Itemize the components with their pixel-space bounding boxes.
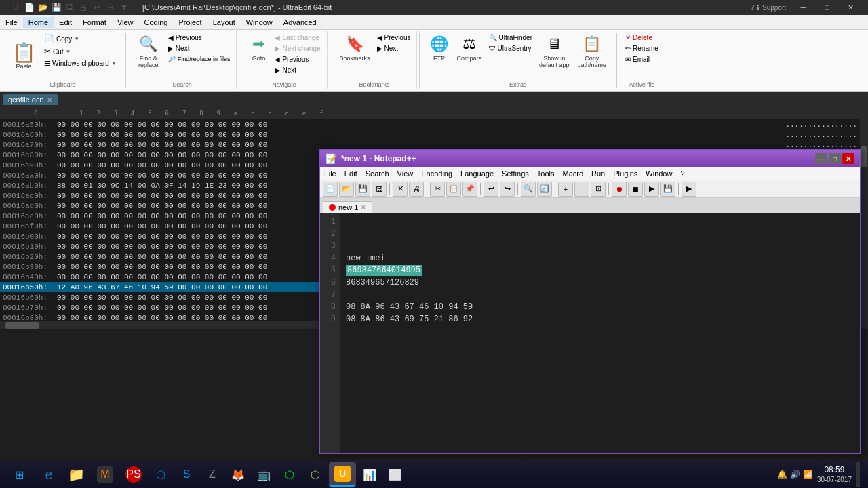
npp-macro-rec-btn[interactable]: ⏺ — [612, 182, 627, 197]
taskbar-ultraedit[interactable]: U — [329, 462, 356, 487]
npp-menu-settings[interactable]: Settings — [498, 168, 533, 179]
npp-print-btn[interactable]: 🖨 — [409, 182, 424, 197]
maximize-btn[interactable]: □ — [815, 0, 839, 15]
taskbar-app14[interactable]: ⬜ — [383, 462, 408, 487]
npp-maximize-btn[interactable]: □ — [829, 153, 841, 164]
show-desktop-btn[interactable] — [856, 462, 860, 487]
npp-menu-tools[interactable]: Tools — [533, 168, 559, 179]
open-btn[interactable]: 📂 — [37, 1, 49, 14]
prev-bookmark-button[interactable]: ◀ Previous — [375, 33, 413, 43]
next-change-button[interactable]: ▶ Next change — [273, 43, 322, 54]
copy-path-button[interactable]: 📋 Copypath/name — [574, 33, 610, 70]
npp-save-btn[interactable]: 💾 — [355, 182, 370, 197]
npp-menu-window[interactable]: Window — [642, 168, 676, 179]
minimize-btn[interactable]: ─ — [791, 0, 815, 15]
npp-cut-btn[interactable]: ✂ — [430, 182, 445, 197]
more-btn[interactable]: ▼ — [118, 1, 130, 14]
npp-save-macro-btn[interactable]: 💾 — [660, 182, 675, 197]
ue-tab-close[interactable]: ✕ — [47, 96, 52, 104]
info-icon[interactable]: ℹ — [757, 4, 760, 12]
taskbar-app6[interactable]: S — [174, 462, 199, 487]
taskbar-app4[interactable]: PS — [120, 462, 147, 487]
npp-zoom-out-btn[interactable]: - — [574, 182, 589, 197]
scrollbar-thumb[interactable] — [861, 146, 867, 167]
npp-redo-btn[interactable]: ↪ — [500, 182, 515, 197]
npp-save-all-btn[interactable]: 🖫 — [372, 182, 387, 197]
prev-nav-button[interactable]: ◀ Previous — [273, 54, 322, 64]
close-btn[interactable]: ✕ — [839, 0, 863, 15]
npp-menu-language[interactable]: Language — [456, 168, 498, 179]
menu-file[interactable]: File — [0, 17, 23, 28]
npp-undo-btn[interactable]: ↩ — [484, 182, 498, 197]
next-search-button[interactable]: ▶ Next — [166, 43, 233, 54]
npp-copy-btn[interactable]: 📋 — [446, 182, 461, 197]
npp-paste-btn[interactable]: 📌 — [462, 182, 477, 197]
taskbar-app3[interactable]: M — [92, 462, 119, 487]
menu-view[interactable]: View — [112, 17, 139, 28]
taskbar-ie[interactable]: e — [37, 462, 61, 487]
redo-btn[interactable]: ↪ — [104, 1, 117, 14]
taskbar-firefox[interactable]: 🦊 — [226, 462, 250, 487]
ftp-button[interactable]: 🌐 FTP — [426, 33, 452, 64]
ue-file-tab[interactable]: qcnfile.qcn ✕ — [3, 94, 58, 105]
npp-menu-search[interactable]: Search — [361, 168, 393, 179]
compare-button[interactable]: ⚖ Compare — [453, 33, 485, 64]
menu-project[interactable]: Project — [173, 17, 207, 28]
npp-menu-file[interactable]: File — [320, 168, 340, 179]
npp-text-area[interactable]: new imei86934766401499586834965712682908… — [340, 213, 860, 453]
last-change-button[interactable]: ◀ Last change — [273, 33, 322, 43]
help-icon[interactable]: ? — [750, 4, 754, 12]
taskbar-clock[interactable]: 08:59 30-07-2017 — [817, 464, 852, 485]
next-bookmark-button[interactable]: ▶ Next — [375, 43, 413, 54]
menu-window[interactable]: Window — [241, 17, 278, 28]
npp-close-btn[interactable]: ✕ — [842, 153, 854, 164]
taskbar-app13[interactable]: 📊 — [357, 462, 382, 487]
ultra-sentry-button[interactable]: 🛡 UltraSentry — [487, 43, 534, 54]
npp-zoom-in-btn[interactable]: + — [558, 182, 573, 197]
npp-tab-new1[interactable]: new 1 ✕ — [323, 201, 372, 213]
npp-restore-zoom-btn[interactable]: ⊡ — [591, 182, 606, 197]
bookmarks-button[interactable]: 🔖 Bookmarks — [336, 33, 374, 64]
taskbar-filezilla[interactable]: Z — [200, 462, 224, 487]
show-default-button[interactable]: 🖥 Show indefault app — [536, 33, 573, 70]
taskbar-app9[interactable]: 📺 — [252, 462, 276, 487]
npp-menu-macro[interactable]: Macro — [558, 168, 587, 179]
menu-coding[interactable]: Coding — [139, 17, 174, 28]
npp-close-tab-btn[interactable]: ✕ — [393, 182, 408, 197]
rename-button[interactable]: ✏ Rename — [623, 43, 660, 54]
npp-menu-run[interactable]: Run — [587, 168, 609, 179]
delete-button[interactable]: ✕ Delete — [623, 33, 660, 43]
taskbar-app10[interactable]: ⬡ — [277, 462, 302, 487]
new-btn[interactable]: 📄 — [23, 1, 35, 14]
npp-macro-play-btn[interactable]: ▶ — [644, 182, 659, 197]
undo-btn[interactable]: ↩ — [91, 1, 103, 14]
cut-button[interactable]: ✂ Cut ▼ — [42, 45, 119, 58]
save-btn[interactable]: 💾 — [50, 1, 62, 14]
npp-find-btn[interactable]: 🔍 — [521, 182, 536, 197]
print-btn[interactable]: 🖨 — [77, 1, 90, 14]
npp-replace-btn[interactable]: 🔄 — [537, 182, 552, 197]
start-button[interactable]: ⊞ — [3, 462, 35, 487]
npp-open-btn[interactable]: 📂 — [339, 182, 354, 197]
menu-format[interactable]: Format — [77, 17, 112, 28]
goto-button[interactable]: ➡ Goto — [245, 33, 271, 64]
copy-button[interactable]: 📄 Copy ▼ — [42, 33, 119, 45]
email-button[interactable]: ✉ Email — [623, 54, 660, 64]
npp-content[interactable]: 123456789 new imei8693476640149958683496… — [320, 213, 860, 453]
h-scrollbar-thumb[interactable] — [5, 322, 39, 329]
menu-edit[interactable]: Edit — [54, 17, 77, 28]
npp-tab-close-btn[interactable]: ✕ — [361, 204, 366, 211]
ultra-finder-button[interactable]: 🔍 UltraFinder — [487, 33, 534, 43]
find-in-files-button[interactable]: 🔎 Find/replace in files — [166, 54, 233, 64]
windows-clipboard-button[interactable]: ☰ Windows clipboard ▼ — [42, 58, 119, 68]
npp-run-btn[interactable]: ▶ — [682, 182, 696, 197]
npp-minimize-btn[interactable]: ─ — [815, 153, 827, 164]
find-replace-button[interactable]: 🔍 Find &replace — [132, 33, 165, 70]
menu-home[interactable]: Home — [23, 17, 54, 28]
npp-menu-plugins[interactable]: Plugins — [609, 168, 642, 179]
taskbar-vscode[interactable]: ⬡ — [149, 462, 173, 487]
save-all-btn[interactable]: 🖫 — [64, 1, 76, 14]
npp-menu-view[interactable]: View — [393, 168, 418, 179]
menu-advanced[interactable]: Advanced — [278, 17, 322, 28]
menu-layout[interactable]: Layout — [208, 17, 241, 28]
